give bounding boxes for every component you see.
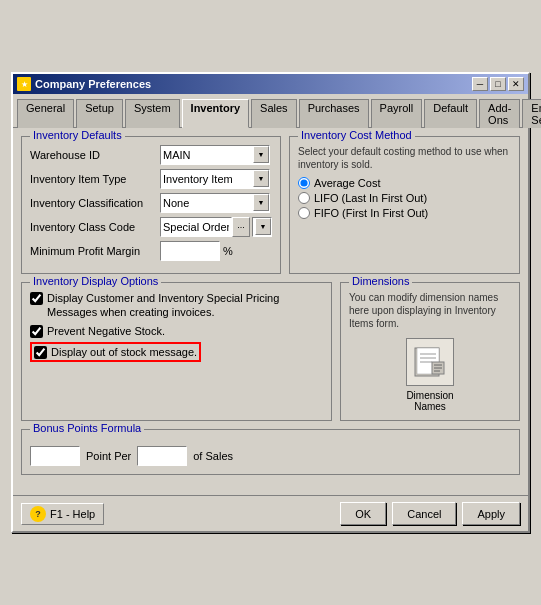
title-bar: ★ Company Preferences ─ □ ✕	[13, 74, 528, 94]
check-row-1: Prevent Negative Stock.	[30, 324, 323, 338]
bonus-points-legend: Bonus Points Formula	[30, 422, 144, 434]
minimize-button[interactable]: ─	[472, 77, 488, 91]
item-type-label: Inventory Item Type	[30, 173, 160, 185]
tab-addons[interactable]: Add-Ons	[479, 99, 520, 128]
tab-system[interactable]: System	[125, 99, 180, 128]
class-code-browse-button[interactable]: ···	[232, 217, 250, 237]
tab-setup[interactable]: Setup	[76, 99, 123, 128]
tab-default[interactable]: Default	[424, 99, 477, 128]
maximize-button[interactable]: □	[490, 77, 506, 91]
apply-button[interactable]: Apply	[462, 502, 520, 525]
class-code-label: Inventory Class Code	[30, 221, 160, 233]
warehouse-label: Warehouse ID	[30, 149, 160, 161]
profit-margin-suffix: %	[223, 245, 233, 257]
cost-method-panel: Inventory Cost Method Select your defaul…	[289, 136, 520, 274]
check-out-of-stock-label: Display out of stock message.	[51, 345, 197, 359]
warehouse-row: Warehouse ID MAIN ▼	[30, 145, 272, 165]
main-window: ★ Company Preferences ─ □ ✕ General Setu…	[11, 72, 530, 533]
fifo-label: FIFO (First In First Out)	[314, 207, 428, 219]
dimension-names-label: DimensionNames	[406, 390, 453, 412]
class-code-row: Inventory Class Code ··· ▼	[30, 217, 272, 237]
average-cost-label: Average Cost	[314, 177, 380, 189]
dimensions-panel: Dimensions You can modify dimension name…	[340, 282, 520, 421]
profit-margin-input[interactable]: 35.00	[160, 241, 220, 261]
cost-method-legend: Inventory Cost Method	[298, 129, 415, 141]
bonus-sales-value-input[interactable]: 100.00	[137, 446, 187, 466]
average-cost-radio[interactable]	[298, 177, 310, 189]
window-icon: ★	[17, 77, 31, 91]
check-invoice-messages[interactable]	[30, 292, 43, 305]
cost-option-lifo: LIFO (Last In First Out)	[298, 192, 511, 204]
tab-payroll[interactable]: Payroll	[371, 99, 423, 128]
lifo-label: LIFO (Last In First Out)	[314, 192, 427, 204]
help-label: F1 - Help	[50, 508, 95, 520]
tab-bar: General Setup System Inventory Sales Pur…	[13, 94, 528, 128]
close-button[interactable]: ✕	[508, 77, 524, 91]
bonus-point-label: Point Per	[86, 450, 131, 462]
content-area: Inventory Defaults Warehouse ID MAIN ▼ I…	[13, 128, 528, 491]
footer-right: OK Cancel Apply	[340, 502, 520, 525]
tab-sales[interactable]: Sales	[251, 99, 297, 128]
inventory-defaults-legend: Inventory Defaults	[30, 129, 125, 141]
check-out-of-stock-highlighted: Display out of stock message.	[30, 342, 201, 362]
cost-option-fifo: FIFO (First In First Out)	[298, 207, 511, 219]
warehouse-select[interactable]: MAIN	[160, 145, 270, 165]
window-controls: ─ □ ✕	[472, 77, 524, 91]
tab-general[interactable]: General	[17, 99, 74, 128]
classification-label: Inventory Classification	[30, 197, 160, 209]
bonus-point-value-input[interactable]: 1.00	[30, 446, 80, 466]
item-type-row: Inventory Item Type Inventory Item ▼	[30, 169, 272, 189]
footer-left: ? F1 - Help	[21, 503, 104, 525]
tab-inventory[interactable]: Inventory	[182, 99, 250, 128]
item-type-select-wrapper: Inventory Item ▼	[160, 169, 270, 189]
class-code-select[interactable]	[252, 217, 272, 237]
display-options-legend: Inventory Display Options	[30, 275, 161, 287]
dimensions-legend: Dimensions	[349, 275, 412, 287]
cancel-button[interactable]: Cancel	[392, 502, 456, 525]
check-prevent-negative-label: Prevent Negative Stock.	[47, 324, 165, 338]
classification-select[interactable]: None	[160, 193, 270, 213]
check-prevent-negative[interactable]	[30, 325, 43, 338]
check-invoice-label: Display Customer and Inventory Special P…	[47, 291, 323, 320]
dimension-names-area: DimensionNames	[349, 338, 511, 412]
check-row-0: Display Customer and Inventory Special P…	[30, 291, 323, 320]
ok-button[interactable]: OK	[340, 502, 386, 525]
tab-email-setup[interactable]: Email Setup	[522, 99, 541, 128]
window-title: Company Preferences	[35, 78, 468, 90]
bonus-points-panel: Bonus Points Formula 1.00 Point Per 100.…	[21, 429, 520, 475]
check-row-2: Display out of stock message.	[30, 342, 323, 362]
f1-icon: ?	[30, 506, 46, 522]
bonus-points-row: 1.00 Point Per 100.00 of Sales	[30, 446, 511, 466]
profit-margin-row: Minimum Profit Margin 35.00 %	[30, 241, 272, 261]
footer: ? F1 - Help OK Cancel Apply	[13, 495, 528, 531]
classification-row: Inventory Classification None ▼	[30, 193, 272, 213]
dimension-names-button[interactable]	[406, 338, 454, 386]
class-code-select-wrapper: ▼	[252, 217, 272, 237]
check-out-of-stock[interactable]	[34, 346, 47, 359]
lifo-radio[interactable]	[298, 192, 310, 204]
classification-select-wrapper: None ▼	[160, 193, 270, 213]
inventory-defaults-panel: Inventory Defaults Warehouse ID MAIN ▼ I…	[21, 136, 281, 274]
warehouse-select-wrapper: MAIN ▼	[160, 145, 270, 165]
bottom-panels: Inventory Display Options Display Custom…	[21, 282, 520, 429]
top-panels: Inventory Defaults Warehouse ID MAIN ▼ I…	[21, 136, 520, 282]
fifo-radio[interactable]	[298, 207, 310, 219]
display-options-panel: Inventory Display Options Display Custom…	[21, 282, 332, 421]
item-type-select[interactable]: Inventory Item	[160, 169, 270, 189]
profit-margin-label: Minimum Profit Margin	[30, 245, 160, 257]
bonus-sales-label: of Sales	[193, 450, 233, 462]
cost-method-description: Select your default costing method to us…	[298, 145, 511, 171]
help-button[interactable]: ? F1 - Help	[21, 503, 104, 525]
tab-purchases[interactable]: Purchases	[299, 99, 369, 128]
dimensions-description: You can modify dimension names here upon…	[349, 291, 511, 330]
cost-option-average: Average Cost	[298, 177, 511, 189]
class-code-input[interactable]	[160, 217, 232, 237]
cost-method-options: Average Cost LIFO (Last In First Out) FI…	[298, 177, 511, 219]
dimension-icon-svg	[412, 344, 448, 380]
